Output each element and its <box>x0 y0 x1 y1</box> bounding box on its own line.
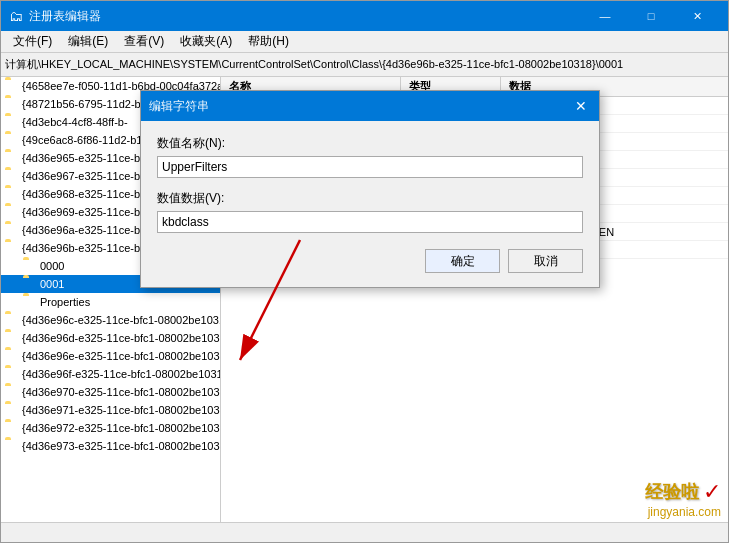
tree-item-17[interactable]: {4d36e973-e325-11ce-bfc1-08002be10318} <box>1 437 220 455</box>
tree-item-12[interactable]: {4d36e96e-e325-11ce-bfc1-08002be10318} <box>1 347 220 365</box>
tree-item-label: {49ce6ac8-6f86-11d2-b1 <box>22 134 142 146</box>
watermark-url: jingyania.com <box>648 505 721 519</box>
tree-item-label: {4d36e96a-e325-11ce-bf <box>22 224 143 236</box>
dialog-body: 数值名称(N): 数值数据(V): 确定 取消 <box>141 121 599 287</box>
dialog-buttons: 确定 取消 <box>157 249 583 273</box>
folder-icon <box>5 152 19 164</box>
folder-icon <box>5 404 19 416</box>
confirm-button[interactable]: 确定 <box>425 249 500 273</box>
address-path: 计算机\HKEY_LOCAL_MACHINE\SYSTEM\CurrentCon… <box>5 57 623 72</box>
tree-item-14[interactable]: {4d36e970-e325-11ce-bfc1-08002be10318} <box>1 383 220 401</box>
tree-item-label: {4d36e96c-e325-11ce-bfc1-08002be10318} <box>22 314 220 326</box>
tree-item-label: {48721b56-6795-11d2-b- <box>22 98 144 110</box>
tree-item-13[interactable]: {4d36e96f-e325-11ce-bfc1-08002be10318} <box>1 365 220 383</box>
folder-icon <box>5 170 19 182</box>
folder-icon <box>23 296 37 308</box>
menu-help[interactable]: 帮助(H) <box>240 31 297 52</box>
tree-item-label: {4d36e965-e325-11ce-bf <box>22 152 143 164</box>
menu-view[interactable]: 查看(V) <box>116 31 172 52</box>
dialog-title-bar: 编辑字符串 ✕ <box>141 91 599 121</box>
minimize-button[interactable]: — <box>582 1 628 31</box>
data-input[interactable] <box>157 211 583 233</box>
tree-item-label: {4d36e972-e325-11ce-bfc1-08002be10318} <box>22 422 220 434</box>
watermark-brand: 经验啦 <box>645 480 699 504</box>
address-bar: 计算机\HKEY_LOCAL_MACHINE\SYSTEM\CurrentCon… <box>1 53 728 77</box>
tree-item-label: {4d36e967-e325-11ce-bf <box>22 170 143 182</box>
folder-icon <box>5 134 19 146</box>
folder-icon <box>5 242 19 254</box>
dialog-close-button[interactable]: ✕ <box>571 96 591 116</box>
folder-icon <box>5 224 19 236</box>
folder-icon <box>5 332 19 344</box>
tree-item-label: {4d3ebc4-4cf8-48ff-b- <box>22 116 128 128</box>
tree-item-16[interactable]: {4d36e972-e325-11ce-bfc1-08002be10318} <box>1 419 220 437</box>
tree-item-label: Properties <box>40 296 90 308</box>
title-bar: 🗂 注册表编辑器 — □ ✕ <box>1 1 728 31</box>
tree-item-label: {4d36e970-e325-11ce-bfc1-08002be10318} <box>22 386 220 398</box>
tree-item-properties[interactable]: Properties <box>1 293 220 311</box>
folder-icon <box>5 188 19 200</box>
folder-icon <box>5 440 19 452</box>
folder-icon <box>5 314 19 326</box>
folder-icon <box>23 260 37 272</box>
cancel-button[interactable]: 取消 <box>508 249 583 273</box>
tree-item-label: {4d36e971-e325-11ce-bfc1-08002be10318} <box>22 404 220 416</box>
edit-string-dialog: 编辑字符串 ✕ 数值名称(N): 数值数据(V): 确定 取消 <box>140 90 600 288</box>
folder-icon <box>5 80 19 92</box>
folder-icon <box>5 386 19 398</box>
menu-bar: 文件(F) 编辑(E) 查看(V) 收藏夹(A) 帮助(H) <box>1 31 728 53</box>
tree-item-label: {4d36e973-e325-11ce-bfc1-08002be10318} <box>22 440 220 452</box>
menu-file[interactable]: 文件(F) <box>5 31 60 52</box>
menu-edit[interactable]: 编辑(E) <box>60 31 116 52</box>
tree-item-label: {4d36e96b-e325-11ce-bf <box>22 242 143 254</box>
tree-item-label: {4d36e96d-e325-11ce-bfc1-08002be10318} <box>22 332 220 344</box>
tree-item-label: {4d36e96e-e325-11ce-bfc1-08002be10318} <box>22 350 220 362</box>
tree-item-10[interactable]: {4d36e96c-e325-11ce-bfc1-08002be10318} <box>1 311 220 329</box>
maximize-button[interactable]: □ <box>628 1 674 31</box>
folder-icon <box>5 422 19 434</box>
title-bar-left: 🗂 注册表编辑器 <box>9 8 101 25</box>
folder-icon <box>5 368 19 380</box>
watermark: 经验啦 ✓ jingyania.com <box>645 479 721 519</box>
title-bar-controls: — □ ✕ <box>582 1 720 31</box>
folder-icon <box>5 116 19 128</box>
watermark-checkmark: ✓ <box>703 479 721 505</box>
status-bar <box>1 522 728 542</box>
tree-item-label: 0001 <box>40 278 64 290</box>
menu-favorites[interactable]: 收藏夹(A) <box>172 31 240 52</box>
name-label: 数值名称(N): <box>157 135 583 152</box>
folder-icon <box>5 350 19 362</box>
folder-icon <box>23 278 37 290</box>
tree-item-label: 0000 <box>40 260 64 272</box>
folder-icon <box>5 206 19 218</box>
tree-item-15[interactable]: {4d36e971-e325-11ce-bfc1-08002be10318} <box>1 401 220 419</box>
tree-item-label: {4d36e969-e325-11ce-bf <box>22 206 143 218</box>
app-icon: 🗂 <box>9 8 23 24</box>
folder-icon <box>5 98 19 110</box>
dialog-title: 编辑字符串 <box>149 98 209 115</box>
tree-item-11[interactable]: {4d36e96d-e325-11ce-bfc1-08002be10318} <box>1 329 220 347</box>
name-input[interactable] <box>157 156 583 178</box>
close-button[interactable]: ✕ <box>674 1 720 31</box>
tree-item-label: {4d36e96f-e325-11ce-bfc1-08002be10318} <box>22 368 220 380</box>
tree-item-label: {4d36e968-e325-11ce-bf <box>22 188 143 200</box>
window-title: 注册表编辑器 <box>29 8 101 25</box>
data-label: 数值数据(V): <box>157 190 583 207</box>
